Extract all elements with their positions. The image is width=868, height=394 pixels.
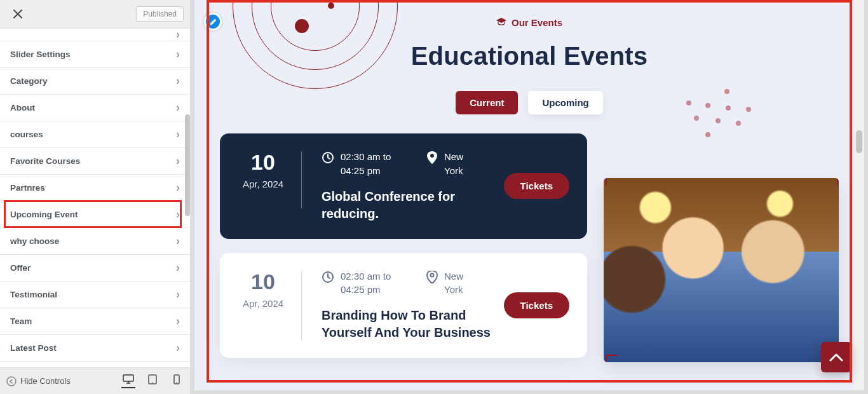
event-body: 02:30 am to 04:25 pm New York Global Con… xyxy=(322,150,491,222)
crop-mark-icon xyxy=(831,178,839,186)
close-icon xyxy=(13,9,23,19)
event-month: Apr, 2024 xyxy=(238,298,288,309)
crop-mark-icon xyxy=(604,178,611,186)
divider xyxy=(301,151,302,208)
site-preview: Our Events Educational Events Current Up… xyxy=(194,0,864,390)
crop-mark-icon xyxy=(604,355,611,362)
panel-item[interactable]: › xyxy=(0,29,190,41)
event-body: 02:30 am to 04:25 pm New York Branding H… xyxy=(322,269,491,342)
event-time-text: 02:30 am to 04:25 pm xyxy=(341,269,401,297)
svg-point-3 xyxy=(152,382,153,383)
event-title: Global Conference for reducing. xyxy=(322,188,491,222)
sidebar-header: Published xyxy=(0,0,190,29)
panel-item-team[interactable]: Team › xyxy=(0,308,190,335)
chevron-right-icon: › xyxy=(176,341,180,355)
event-day: 10 xyxy=(238,269,288,294)
preview-wrap: Our Events Educational Events Current Up… xyxy=(191,0,868,394)
chevron-right-icon: › xyxy=(176,261,180,275)
graduation-cap-icon xyxy=(496,17,506,28)
location-icon xyxy=(426,271,438,283)
event-title: Branding How To Brand Yourself And Your … xyxy=(322,307,491,341)
panel-label: Latest Post xyxy=(10,343,57,353)
chevron-right-icon: › xyxy=(176,288,180,301)
people-photo xyxy=(604,178,839,362)
device-tablet-button[interactable] xyxy=(146,374,159,388)
panel-item-category[interactable]: Category › xyxy=(0,68,190,95)
panel-item-latest-post[interactable]: Latest Post › xyxy=(0,335,190,362)
clock-icon xyxy=(322,151,334,164)
event-meta: 02:30 am to 04:25 pm New York xyxy=(322,150,491,178)
section-eyebrow: Our Events xyxy=(496,17,562,28)
event-time: 02:30 am to 04:25 pm xyxy=(322,269,401,297)
panel-label: Category xyxy=(10,76,48,86)
svg-point-0 xyxy=(7,377,16,386)
chevron-right-icon: › xyxy=(176,48,180,61)
event-tabs: Current Upcoming xyxy=(456,91,603,114)
publish-button[interactable]: Published xyxy=(136,6,184,22)
event-time-text: 02:30 am to 04:25 pm xyxy=(341,150,401,178)
event-location: New York xyxy=(426,150,473,178)
event-month: Apr, 2024 xyxy=(238,179,288,189)
panel-item-partners[interactable]: Partnres › xyxy=(0,175,190,201)
panel-label: why choose xyxy=(10,236,59,246)
location-icon xyxy=(426,151,438,164)
panel-item-testimonial[interactable]: Testimonial › xyxy=(0,282,190,308)
section-title: Educational Events xyxy=(194,42,864,71)
device-switcher xyxy=(121,374,184,388)
event-location-text: New York xyxy=(444,150,473,178)
chevron-right-icon: › xyxy=(176,234,180,248)
event-location: New York xyxy=(426,269,473,297)
panel-label: Partnres xyxy=(10,183,45,193)
event-meta: 02:30 am to 04:25 pm New York xyxy=(322,269,491,297)
chevron-right-icon: › xyxy=(176,315,180,328)
panel-list[interactable]: › Slider Settings › Category › About › c… xyxy=(0,29,190,367)
chevron-right-icon: › xyxy=(176,181,180,194)
pencil-icon xyxy=(209,18,217,26)
panel-item-about[interactable]: About › xyxy=(0,95,190,121)
tab-upcoming[interactable]: Upcoming xyxy=(528,91,602,114)
panel-item-favorite-courses[interactable]: Favorite Courses › xyxy=(0,148,190,175)
event-card[interactable]: 10 Apr, 2024 02:30 am to 04:25 pm xyxy=(220,253,587,358)
panel-label: Testimonial xyxy=(10,290,57,299)
sidebar-footer: Hide Controls xyxy=(0,367,190,394)
tickets-button[interactable]: Tickets xyxy=(504,292,569,318)
tablet-icon xyxy=(148,374,157,384)
scroll-to-top-button[interactable] xyxy=(821,342,851,372)
svg-rect-1 xyxy=(123,375,133,381)
desktop-icon xyxy=(123,374,134,384)
events-section: Our Events Educational Events Current Up… xyxy=(194,0,864,362)
divider xyxy=(301,271,302,341)
panel-item-why-choose[interactable]: why choose › xyxy=(0,228,190,255)
panel-label: Slider Settings xyxy=(10,50,71,59)
edit-shortcut-button[interactable] xyxy=(204,13,222,31)
event-photo xyxy=(604,178,839,362)
sidebar-scrollbar[interactable] xyxy=(185,114,190,216)
event-date: 10 Apr, 2024 xyxy=(238,269,288,309)
panel-item-courses[interactable]: courses › xyxy=(0,121,190,148)
panel-label: Offer xyxy=(10,263,31,273)
panel-item-offer[interactable]: Offer › xyxy=(0,255,190,282)
collapse-icon xyxy=(6,376,17,386)
clock-icon xyxy=(322,271,334,283)
event-location-text: New York xyxy=(444,269,473,297)
chevron-right-icon: › xyxy=(176,208,180,221)
chevron-right-icon: › xyxy=(176,101,180,114)
events-row: 10 Apr, 2024 02:30 am to 04:25 pm xyxy=(194,114,864,362)
device-desktop-button[interactable] xyxy=(121,374,135,388)
event-date: 10 Apr, 2024 xyxy=(238,150,288,189)
chevron-right-icon: › xyxy=(176,74,180,88)
event-card[interactable]: 10 Apr, 2024 02:30 am to 04:25 pm xyxy=(220,133,587,239)
panel-label: courses xyxy=(10,130,43,139)
panel-label: About xyxy=(10,103,35,112)
panel-item-slider-settings[interactable]: Slider Settings › xyxy=(0,41,190,68)
hide-controls-button[interactable]: Hide Controls xyxy=(6,376,116,386)
panel-item-upcoming-event[interactable]: Upcoming Event › xyxy=(0,201,190,228)
event-time: 02:30 am to 04:25 pm xyxy=(322,150,401,178)
svg-point-5 xyxy=(176,382,177,383)
mobile-icon xyxy=(173,374,180,384)
tickets-button[interactable]: Tickets xyxy=(504,173,569,199)
panel-label: Favorite Courses xyxy=(10,156,80,166)
tab-current[interactable]: Current xyxy=(456,91,518,114)
device-mobile-button[interactable] xyxy=(170,374,184,388)
close-customizer-button[interactable] xyxy=(6,3,29,25)
